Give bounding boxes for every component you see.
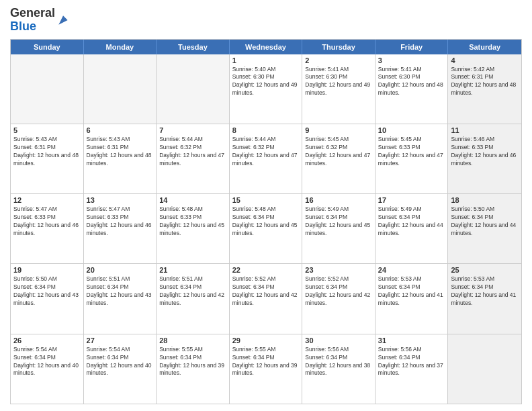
weekday-header: Wednesday — [230, 40, 303, 54]
logo: General Blue — [10, 7, 70, 34]
day-number: 6 — [87, 126, 154, 134]
day-info: Sunrise: 5:41 AMSunset: 6:30 PMDaylight:… — [305, 66, 372, 98]
day-number: 7 — [159, 126, 226, 134]
day-info: Sunrise: 5:48 AMSunset: 6:34 PMDaylight:… — [232, 205, 300, 238]
logo-blue-text: Blue — [10, 19, 36, 33]
day-info: Sunrise: 5:53 AMSunset: 6:34 PMDaylight:… — [378, 275, 445, 308]
day-number: 16 — [305, 196, 372, 204]
day-info: Sunrise: 5:46 AMSunset: 6:33 PMDaylight:… — [451, 136, 519, 168]
day-info: Sunrise: 5:47 AMSunset: 6:33 PMDaylight:… — [13, 205, 81, 238]
day-info: Sunrise: 5:51 AMSunset: 6:34 PMDaylight:… — [87, 275, 154, 308]
day-number: 30 — [305, 336, 372, 345]
day-number: 18 — [451, 196, 519, 204]
day-info: Sunrise: 5:52 AMSunset: 6:34 PMDaylight:… — [305, 275, 372, 308]
day-number: 17 — [378, 196, 445, 204]
calendar-cell: 30Sunrise: 5:56 AMSunset: 6:34 PMDayligh… — [302, 334, 375, 404]
day-number: 24 — [378, 266, 445, 274]
day-info: Sunrise: 5:41 AMSunset: 6:30 PMDaylight:… — [378, 66, 445, 98]
day-number: 29 — [232, 336, 300, 345]
day-info: Sunrise: 5:49 AMSunset: 6:34 PMDaylight:… — [378, 205, 445, 238]
calendar-cell: 2Sunrise: 5:41 AMSunset: 6:30 PMDaylight… — [302, 54, 375, 124]
calendar-body: 1Sunrise: 5:40 AMSunset: 6:30 PMDaylight… — [11, 54, 521, 404]
day-info: Sunrise: 5:48 AMSunset: 6:33 PMDaylight:… — [159, 205, 226, 238]
calendar-cell: 15Sunrise: 5:48 AMSunset: 6:34 PMDayligh… — [230, 194, 303, 263]
calendar-cell: 1Sunrise: 5:40 AMSunset: 6:30 PMDaylight… — [230, 54, 303, 124]
day-info: Sunrise: 5:42 AMSunset: 6:31 PMDaylight:… — [451, 66, 519, 98]
day-number: 10 — [378, 126, 445, 134]
calendar-cell: 22Sunrise: 5:52 AMSunset: 6:34 PMDayligh… — [230, 264, 303, 333]
day-number: 15 — [232, 196, 300, 204]
day-info: Sunrise: 5:56 AMSunset: 6:34 PMDaylight:… — [305, 346, 372, 378]
calendar-cell: 13Sunrise: 5:47 AMSunset: 6:33 PMDayligh… — [84, 194, 157, 263]
day-number: 14 — [159, 196, 226, 204]
calendar-cell: 9Sunrise: 5:45 AMSunset: 6:32 PMDaylight… — [302, 124, 375, 193]
day-info: Sunrise: 5:50 AMSunset: 6:34 PMDaylight:… — [13, 275, 81, 308]
calendar-row: 1Sunrise: 5:40 AMSunset: 6:30 PMDaylight… — [11, 54, 521, 124]
calendar: SundayMondayTuesdayWednesdayThursdayFrid… — [10, 39, 522, 404]
day-number: 19 — [13, 266, 81, 274]
calendar-cell — [11, 54, 84, 124]
calendar-row: 5Sunrise: 5:43 AMSunset: 6:31 PMDaylight… — [11, 124, 521, 194]
day-number: 2 — [305, 56, 372, 64]
calendar-cell: 17Sunrise: 5:49 AMSunset: 6:34 PMDayligh… — [375, 194, 449, 263]
day-info: Sunrise: 5:40 AMSunset: 6:30 PMDaylight:… — [232, 66, 300, 98]
calendar-cell: 23Sunrise: 5:52 AMSunset: 6:34 PMDayligh… — [302, 264, 375, 333]
calendar-cell: 18Sunrise: 5:50 AMSunset: 6:34 PMDayligh… — [448, 194, 521, 263]
day-info: Sunrise: 5:43 AMSunset: 6:31 PMDaylight:… — [13, 136, 81, 168]
day-number: 13 — [87, 196, 154, 204]
day-number: 12 — [13, 196, 81, 204]
day-info: Sunrise: 5:43 AMSunset: 6:31 PMDaylight:… — [87, 136, 154, 168]
svg-marker-0 — [58, 15, 67, 24]
day-number: 27 — [87, 336, 154, 345]
calendar-header: SundayMondayTuesdayWednesdayThursdayFrid… — [11, 40, 521, 54]
day-number: 22 — [232, 266, 300, 274]
day-info: Sunrise: 5:44 AMSunset: 6:32 PMDaylight:… — [232, 136, 300, 168]
day-number: 3 — [378, 56, 445, 64]
day-number: 11 — [451, 126, 519, 134]
day-info: Sunrise: 5:55 AMSunset: 6:34 PMDaylight:… — [232, 346, 300, 378]
day-info: Sunrise: 5:49 AMSunset: 6:34 PMDaylight:… — [305, 205, 372, 238]
calendar-cell: 19Sunrise: 5:50 AMSunset: 6:34 PMDayligh… — [11, 264, 84, 333]
weekday-header: Saturday — [448, 40, 521, 54]
day-number: 5 — [13, 126, 81, 134]
logo-icon — [56, 13, 70, 27]
calendar-cell: 24Sunrise: 5:53 AMSunset: 6:34 PMDayligh… — [375, 264, 449, 333]
day-info: Sunrise: 5:52 AMSunset: 6:34 PMDaylight:… — [232, 275, 300, 308]
calendar-cell: 6Sunrise: 5:43 AMSunset: 6:31 PMDaylight… — [84, 124, 157, 193]
calendar-cell: 29Sunrise: 5:55 AMSunset: 6:34 PMDayligh… — [230, 334, 303, 404]
day-info: Sunrise: 5:54 AMSunset: 6:34 PMDaylight:… — [13, 346, 81, 378]
day-info: Sunrise: 5:45 AMSunset: 6:32 PMDaylight:… — [305, 136, 372, 168]
calendar-cell: 11Sunrise: 5:46 AMSunset: 6:33 PMDayligh… — [448, 124, 521, 193]
day-number: 28 — [159, 336, 226, 345]
calendar-cell: 20Sunrise: 5:51 AMSunset: 6:34 PMDayligh… — [84, 264, 157, 333]
day-number: 4 — [451, 56, 519, 64]
calendar-cell: 5Sunrise: 5:43 AMSunset: 6:31 PMDaylight… — [11, 124, 84, 193]
day-number: 21 — [159, 266, 226, 274]
weekday-header: Friday — [375, 40, 449, 54]
logo-general-text: General — [10, 6, 55, 19]
calendar-cell — [448, 334, 521, 404]
weekday-header: Monday — [84, 40, 157, 54]
calendar-cell — [84, 54, 157, 124]
day-number: 26 — [13, 336, 81, 345]
calendar-row: 12Sunrise: 5:47 AMSunset: 6:33 PMDayligh… — [11, 194, 521, 264]
calendar-cell: 28Sunrise: 5:55 AMSunset: 6:34 PMDayligh… — [157, 334, 230, 404]
calendar-cell: 7Sunrise: 5:44 AMSunset: 6:32 PMDaylight… — [157, 124, 230, 193]
calendar-cell: 25Sunrise: 5:53 AMSunset: 6:34 PMDayligh… — [448, 264, 521, 333]
day-number: 8 — [232, 126, 300, 134]
calendar-cell: 31Sunrise: 5:56 AMSunset: 6:34 PMDayligh… — [375, 334, 449, 404]
calendar-cell: 8Sunrise: 5:44 AMSunset: 6:32 PMDaylight… — [230, 124, 303, 193]
page-header: General Blue — [10, 7, 522, 34]
day-info: Sunrise: 5:56 AMSunset: 6:34 PMDaylight:… — [378, 346, 445, 378]
day-info: Sunrise: 5:54 AMSunset: 6:34 PMDaylight:… — [87, 346, 154, 378]
calendar-cell: 14Sunrise: 5:48 AMSunset: 6:33 PMDayligh… — [157, 194, 230, 263]
calendar-cell: 27Sunrise: 5:54 AMSunset: 6:34 PMDayligh… — [84, 334, 157, 404]
day-info: Sunrise: 5:45 AMSunset: 6:33 PMDaylight:… — [378, 136, 445, 168]
calendar-cell: 21Sunrise: 5:51 AMSunset: 6:34 PMDayligh… — [157, 264, 230, 333]
day-info: Sunrise: 5:53 AMSunset: 6:34 PMDaylight:… — [451, 275, 519, 308]
day-info: Sunrise: 5:50 AMSunset: 6:34 PMDaylight:… — [451, 205, 519, 238]
day-info: Sunrise: 5:51 AMSunset: 6:34 PMDaylight:… — [159, 275, 226, 308]
calendar-row: 19Sunrise: 5:50 AMSunset: 6:34 PMDayligh… — [11, 264, 521, 334]
calendar-cell: 3Sunrise: 5:41 AMSunset: 6:30 PMDaylight… — [375, 54, 449, 124]
calendar-cell: 12Sunrise: 5:47 AMSunset: 6:33 PMDayligh… — [11, 194, 84, 263]
